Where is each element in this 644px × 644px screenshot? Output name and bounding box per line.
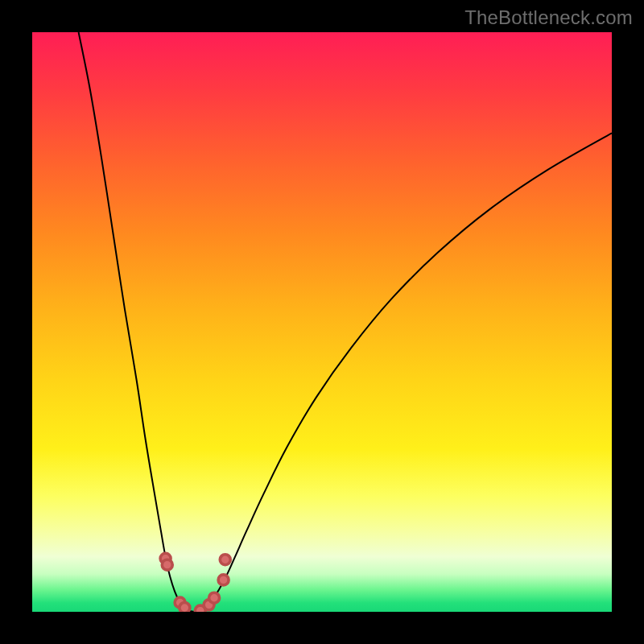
data-marker [180,602,190,612]
curve-layer [32,32,612,612]
chart-frame: TheBottleneck.com [0,0,644,644]
watermark-label: TheBottleneck.com [464,6,633,29]
bottleneck-right-curve [195,133,612,612]
data-marker [162,559,172,570]
plot-area [32,32,612,612]
data-marker [218,575,229,585]
data-marker [209,592,220,603]
bottleneck-left-curve [79,32,195,612]
data-markers [160,553,230,612]
data-marker [220,555,230,565]
